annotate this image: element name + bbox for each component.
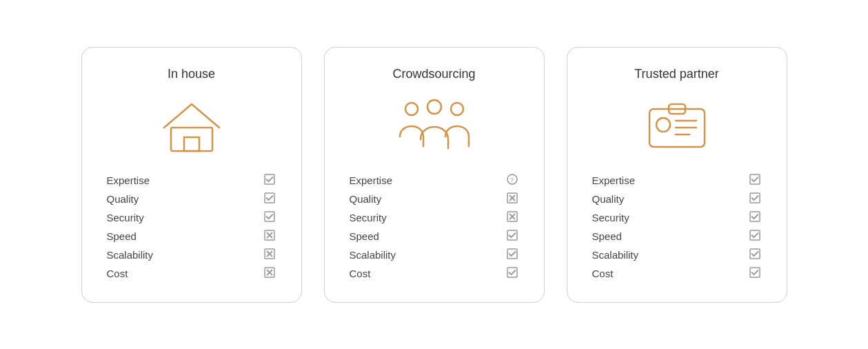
feature-status-icon-check [505,248,519,261]
feature-label: Expertise [107,174,150,186]
feature-label: Quality [107,193,139,205]
card-crowdsourcing: Crowdsourcing Expertise ? Quality Securi… [324,47,545,303]
svg-rect-1 [184,137,199,151]
feature-label: Security [592,212,629,223]
card-title-crowdsourcing: Crowdsourcing [392,67,475,81]
feature-label: Cost [107,268,128,279]
feature-status-icon-check [263,211,276,224]
svg-point-16 [451,103,463,115]
card-icon-house [161,95,223,157]
feature-label: Quality [350,193,382,205]
feature-row: Expertise [107,174,276,187]
feature-row: Speed [107,230,276,243]
feature-row: Cost [107,267,276,280]
feature-label: Expertise [350,174,393,186]
feature-label: Scalability [592,249,639,261]
card-icon-people [396,95,472,157]
cards-container: In house Expertise Quality Security Spee… [65,30,804,319]
feature-row: Quality [592,192,762,206]
feature-row: Scalability [107,248,276,261]
feature-status-icon-check [505,230,519,243]
feature-row: Expertise [592,174,762,187]
feature-status-icon-check [748,230,762,243]
feature-row: Expertise ? [350,174,519,187]
feature-label: Cost [350,268,371,279]
feature-status-icon-cross [263,230,276,243]
feature-label: Speed [350,230,379,242]
feature-status-icon-check [505,267,519,280]
feature-status-icon-check [263,174,276,187]
svg-point-31 [656,118,670,132]
feature-status-icon-check [748,211,762,224]
feature-status-icon-maybe: ? [505,174,519,187]
svg-point-17 [427,100,441,114]
features-list-crowdsourcing: Expertise ? Quality Security Speed Scala… [350,174,519,280]
feature-label: Speed [592,230,622,242]
feature-row: Quality [107,192,276,206]
feature-status-icon-check [748,174,762,187]
svg-rect-0 [171,128,212,151]
features-list-in-house: Expertise Quality Security Speed Scalabi… [107,174,276,280]
card-trusted-partner: Trusted partner Expertise Quality Securi… [567,47,787,303]
card-title-in-house: In house [168,67,215,81]
card-icon-badge [643,95,711,157]
svg-point-15 [405,103,418,115]
feature-status-icon-cross [505,192,519,206]
feature-row: Cost [350,267,519,280]
feature-status-icon-check [748,267,762,280]
card-title-trusted-partner: Trusted partner [634,67,718,81]
feature-status-icon-cross [263,267,276,280]
feature-label: Expertise [592,174,636,186]
feature-row: Security [107,211,276,224]
feature-row: Speed [592,230,762,243]
feature-row: Security [350,211,519,224]
feature-status-icon-cross [505,211,519,224]
feature-label: Speed [107,230,137,242]
feature-label: Cost [592,268,614,279]
feature-row: Scalability [592,248,762,261]
feature-row: Cost [592,267,762,280]
card-in-house: In house Expertise Quality Security Spee… [81,47,302,303]
feature-label: Security [107,212,144,223]
feature-label: Scalability [107,249,154,261]
feature-label: Quality [592,193,625,205]
feature-label: Security [350,212,387,223]
feature-status-icon-check [748,192,762,206]
feature-row: Quality [350,192,519,206]
feature-row: Scalability [350,248,519,261]
feature-status-icon-cross [263,248,276,261]
features-list-trusted-partner: Expertise Quality Security Speed Scalabi… [592,174,762,280]
svg-text:?: ? [510,177,514,183]
feature-label: Scalability [350,249,396,261]
feature-row: Security [592,211,762,224]
feature-status-icon-check [748,248,762,261]
feature-row: Speed [350,230,519,243]
feature-status-icon-check [263,192,276,206]
